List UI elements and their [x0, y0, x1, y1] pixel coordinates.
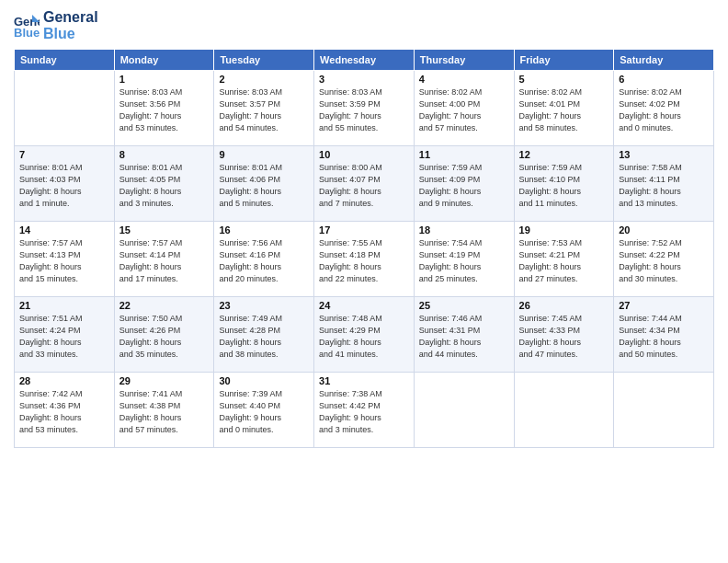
day-cell: 28Sunrise: 7:42 AM Sunset: 4:36 PM Dayli… — [15, 373, 115, 448]
day-number: 30 — [219, 375, 309, 386]
day-info: Sunrise: 7:52 AM Sunset: 4:22 PM Dayligh… — [619, 237, 709, 285]
day-info: Sunrise: 7:57 AM Sunset: 4:13 PM Dayligh… — [19, 237, 109, 285]
day-number: 3 — [319, 74, 409, 85]
weekday-header-wednesday: Wednesday — [314, 50, 415, 71]
day-number: 1 — [119, 74, 210, 85]
day-cell: 14Sunrise: 7:57 AM Sunset: 4:13 PM Dayli… — [15, 222, 115, 297]
day-number: 14 — [19, 224, 109, 236]
day-info: Sunrise: 8:03 AM Sunset: 3:59 PM Dayligh… — [319, 86, 409, 134]
day-cell: 9Sunrise: 8:01 AM Sunset: 4:06 PM Daylig… — [214, 146, 314, 222]
day-cell: 6Sunrise: 8:02 AM Sunset: 4:02 PM Daylig… — [614, 71, 714, 146]
day-number: 26 — [519, 300, 609, 311]
day-cell — [414, 373, 514, 448]
day-info: Sunrise: 7:41 AM Sunset: 4:38 PM Dayligh… — [119, 388, 210, 436]
day-number: 5 — [519, 74, 609, 85]
weekday-header-friday: Friday — [514, 50, 614, 71]
day-info: Sunrise: 7:54 AM Sunset: 4:19 PM Dayligh… — [419, 237, 509, 285]
day-number: 17 — [319, 224, 409, 236]
day-number: 21 — [19, 300, 109, 311]
day-cell: 12Sunrise: 7:59 AM Sunset: 4:10 PM Dayli… — [514, 146, 614, 222]
day-info: Sunrise: 7:39 AM Sunset: 4:40 PM Dayligh… — [219, 388, 309, 436]
day-number: 19 — [519, 224, 609, 236]
week-row-5: 28Sunrise: 7:42 AM Sunset: 4:36 PM Dayli… — [15, 373, 714, 448]
day-number: 28 — [19, 375, 109, 386]
day-info: Sunrise: 7:48 AM Sunset: 4:29 PM Dayligh… — [319, 313, 409, 361]
day-info: Sunrise: 7:44 AM Sunset: 4:34 PM Dayligh… — [619, 313, 709, 361]
day-cell: 4Sunrise: 8:02 AM Sunset: 4:00 PM Daylig… — [414, 71, 514, 146]
day-info: Sunrise: 7:51 AM Sunset: 4:24 PM Dayligh… — [19, 313, 109, 361]
logo: General Blue General Blue — [14, 9, 98, 41]
day-number: 11 — [419, 149, 509, 160]
day-cell — [614, 373, 714, 448]
day-info: Sunrise: 8:03 AM Sunset: 3:56 PM Dayligh… — [119, 86, 210, 134]
day-number: 7 — [19, 149, 109, 160]
day-cell — [15, 71, 115, 146]
day-number: 23 — [219, 300, 309, 311]
day-number: 18 — [419, 224, 509, 236]
day-cell: 16Sunrise: 7:56 AM Sunset: 4:16 PM Dayli… — [214, 222, 314, 297]
day-cell: 10Sunrise: 8:00 AM Sunset: 4:07 PM Dayli… — [314, 146, 415, 222]
day-number: 29 — [119, 375, 210, 386]
day-cell: 18Sunrise: 7:54 AM Sunset: 4:19 PM Dayli… — [414, 222, 514, 297]
svg-text:Blue: Blue — [14, 26, 40, 39]
day-number: 8 — [119, 149, 210, 160]
day-info: Sunrise: 8:01 AM Sunset: 4:05 PM Dayligh… — [119, 162, 210, 210]
day-cell: 3Sunrise: 8:03 AM Sunset: 3:59 PM Daylig… — [314, 71, 415, 146]
day-info: Sunrise: 7:46 AM Sunset: 4:31 PM Dayligh… — [419, 313, 509, 361]
day-number: 6 — [619, 74, 709, 85]
week-row-4: 21Sunrise: 7:51 AM Sunset: 4:24 PM Dayli… — [15, 297, 714, 373]
day-cell: 24Sunrise: 7:48 AM Sunset: 4:29 PM Dayli… — [314, 297, 415, 373]
day-number: 24 — [319, 300, 409, 311]
weekday-header-tuesday: Tuesday — [214, 50, 314, 71]
day-info: Sunrise: 7:45 AM Sunset: 4:33 PM Dayligh… — [519, 313, 609, 361]
day-cell: 23Sunrise: 7:49 AM Sunset: 4:28 PM Dayli… — [214, 297, 314, 373]
weekday-header-sunday: Sunday — [15, 50, 115, 71]
day-number: 25 — [419, 300, 509, 311]
day-number: 15 — [119, 224, 210, 236]
day-info: Sunrise: 8:02 AM Sunset: 4:01 PM Dayligh… — [519, 86, 609, 134]
day-cell: 11Sunrise: 7:59 AM Sunset: 4:09 PM Dayli… — [414, 146, 514, 222]
weekday-header-monday: Monday — [114, 50, 214, 71]
day-info: Sunrise: 7:49 AM Sunset: 4:28 PM Dayligh… — [219, 313, 309, 361]
day-info: Sunrise: 7:56 AM Sunset: 4:16 PM Dayligh… — [219, 237, 309, 285]
weekday-header-row: SundayMondayTuesdayWednesdayThursdayFrid… — [15, 50, 714, 71]
day-cell — [514, 373, 614, 448]
day-cell: 20Sunrise: 7:52 AM Sunset: 4:22 PM Dayli… — [614, 222, 714, 297]
day-cell: 5Sunrise: 8:02 AM Sunset: 4:01 PM Daylig… — [514, 71, 614, 146]
day-number: 9 — [219, 149, 309, 160]
day-cell: 13Sunrise: 7:58 AM Sunset: 4:11 PM Dayli… — [614, 146, 714, 222]
day-number: 31 — [319, 375, 409, 386]
day-info: Sunrise: 8:00 AM Sunset: 4:07 PM Dayligh… — [319, 162, 409, 210]
day-info: Sunrise: 7:57 AM Sunset: 4:14 PM Dayligh… — [119, 237, 210, 285]
day-cell: 25Sunrise: 7:46 AM Sunset: 4:31 PM Dayli… — [414, 297, 514, 373]
day-info: Sunrise: 7:55 AM Sunset: 4:18 PM Dayligh… — [319, 237, 409, 285]
day-info: Sunrise: 8:01 AM Sunset: 4:03 PM Dayligh… — [19, 162, 109, 210]
day-cell: 17Sunrise: 7:55 AM Sunset: 4:18 PM Dayli… — [314, 222, 415, 297]
calendar-page: General Blue General Blue SundayMondayTu… — [0, 0, 728, 563]
day-cell: 8Sunrise: 8:01 AM Sunset: 4:05 PM Daylig… — [114, 146, 214, 222]
day-cell: 7Sunrise: 8:01 AM Sunset: 4:03 PM Daylig… — [15, 146, 115, 222]
day-info: Sunrise: 8:02 AM Sunset: 4:02 PM Dayligh… — [619, 86, 709, 134]
day-number: 12 — [519, 149, 609, 160]
week-row-3: 14Sunrise: 7:57 AM Sunset: 4:13 PM Dayli… — [15, 222, 714, 297]
week-row-1: 1Sunrise: 8:03 AM Sunset: 3:56 PM Daylig… — [15, 71, 714, 146]
day-info: Sunrise: 7:42 AM Sunset: 4:36 PM Dayligh… — [19, 388, 109, 436]
day-info: Sunrise: 8:03 AM Sunset: 3:57 PM Dayligh… — [219, 86, 309, 134]
day-info: Sunrise: 8:01 AM Sunset: 4:06 PM Dayligh… — [219, 162, 309, 210]
logo-text: General Blue — [43, 9, 98, 41]
weekday-header-saturday: Saturday — [614, 50, 714, 71]
day-info: Sunrise: 7:59 AM Sunset: 4:09 PM Dayligh… — [419, 162, 509, 210]
day-number: 27 — [619, 300, 709, 311]
day-number: 10 — [319, 149, 409, 160]
day-cell: 15Sunrise: 7:57 AM Sunset: 4:14 PM Dayli… — [114, 222, 214, 297]
day-cell: 22Sunrise: 7:50 AM Sunset: 4:26 PM Dayli… — [114, 297, 214, 373]
day-number: 16 — [219, 224, 309, 236]
day-cell: 31Sunrise: 7:38 AM Sunset: 4:42 PM Dayli… — [314, 373, 415, 448]
day-number: 2 — [219, 74, 309, 85]
calendar-table: SundayMondayTuesdayWednesdayThursdayFrid… — [14, 49, 714, 448]
day-info: Sunrise: 8:02 AM Sunset: 4:00 PM Dayligh… — [419, 86, 509, 134]
day-cell: 30Sunrise: 7:39 AM Sunset: 4:40 PM Dayli… — [214, 373, 314, 448]
day-info: Sunrise: 7:58 AM Sunset: 4:11 PM Dayligh… — [619, 162, 709, 210]
day-cell: 29Sunrise: 7:41 AM Sunset: 4:38 PM Dayli… — [114, 373, 214, 448]
logo-icon: General Blue — [14, 13, 40, 39]
